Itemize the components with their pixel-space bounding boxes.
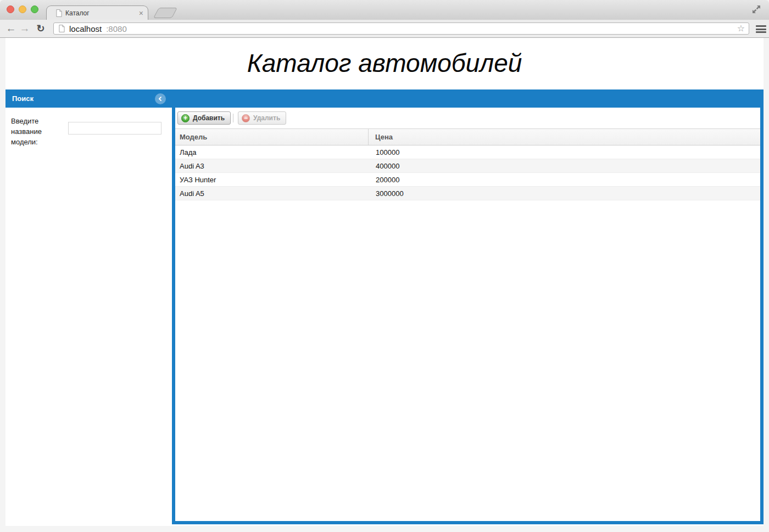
address-bar[interactable]: localhost :8080 ☆	[53, 23, 749, 35]
minimize-window-button[interactable]	[19, 5, 26, 13]
zoom-window-button[interactable]	[31, 5, 38, 13]
delete-button[interactable]: − Удалить	[238, 111, 286, 125]
url-port: :8080	[106, 24, 127, 33]
grid-body: Лада 100000 Audi A3 400000 УАЗ Hunter 20…	[175, 145, 760, 200]
fullscreen-icon[interactable]	[750, 4, 762, 15]
cell-model: Audi A3	[175, 162, 369, 170]
cell-price: 200000	[369, 176, 760, 184]
bookmark-star-icon[interactable]: ☆	[737, 24, 745, 33]
url-host: localhost	[69, 24, 102, 33]
new-tab-button[interactable]	[153, 8, 177, 18]
panel-header-bar: Поиск	[5, 89, 764, 108]
grid-header: Модель Цена	[175, 128, 760, 145]
tab-title: Каталог	[65, 9, 139, 17]
collapse-left-icon[interactable]	[155, 93, 166, 104]
cell-model: Audi A5	[175, 189, 369, 198]
add-button[interactable]: + Добавить	[177, 111, 231, 125]
page-favicon-icon	[56, 9, 62, 17]
browser-tab[interactable]: Каталог ×	[46, 5, 148, 20]
page-icon	[59, 25, 65, 32]
delete-button-label: Удалить	[253, 114, 280, 122]
browser-tabstrip: Каталог ×	[0, 0, 769, 20]
cell-price: 3000000	[369, 189, 760, 198]
cell-price: 100000	[369, 148, 760, 156]
catalog-grid-panel: + Добавить − Удалить Модель Цена Лада 10…	[172, 108, 764, 524]
model-name-input[interactable]	[68, 122, 161, 135]
add-button-label: Добавить	[193, 114, 225, 122]
table-row[interactable]: Audi A3 400000	[175, 159, 760, 173]
delete-icon: −	[242, 114, 250, 122]
add-icon: +	[181, 114, 190, 122]
cell-model: УАЗ Hunter	[175, 176, 369, 184]
tab-close-icon[interactable]: ×	[139, 9, 143, 17]
grid-toolbar: + Добавить − Удалить	[175, 108, 760, 128]
page-title: Каталог автомобилей	[5, 48, 764, 78]
back-icon[interactable]: ←	[4, 21, 18, 36]
search-panel-title: Поиск	[12, 89, 34, 108]
toolbar-separator	[233, 114, 233, 122]
app-container: Каталог автомобилей Поиск Введите назван…	[5, 38, 764, 526]
close-window-button[interactable]	[7, 5, 14, 13]
table-row[interactable]: Audi A5 3000000	[175, 187, 760, 200]
reload-icon[interactable]: ↻	[34, 21, 48, 36]
model-name-label: Введите название модели:	[11, 116, 68, 147]
browser-window: Каталог × ← → ↻ localhost :8080 ☆	[0, 0, 769, 532]
forward-icon[interactable]: →	[18, 21, 32, 36]
column-header-model[interactable]: Модель	[175, 129, 369, 145]
table-row[interactable]: Лада 100000	[175, 145, 760, 159]
cell-price: 400000	[369, 162, 760, 170]
browser-toolbar: ← → ↻ localhost :8080 ☆	[0, 20, 769, 38]
table-row[interactable]: УАЗ Hunter 200000	[175, 173, 760, 187]
menu-icon[interactable]	[756, 25, 766, 33]
column-header-price[interactable]: Цена	[369, 129, 760, 145]
cell-model: Лада	[175, 148, 369, 156]
